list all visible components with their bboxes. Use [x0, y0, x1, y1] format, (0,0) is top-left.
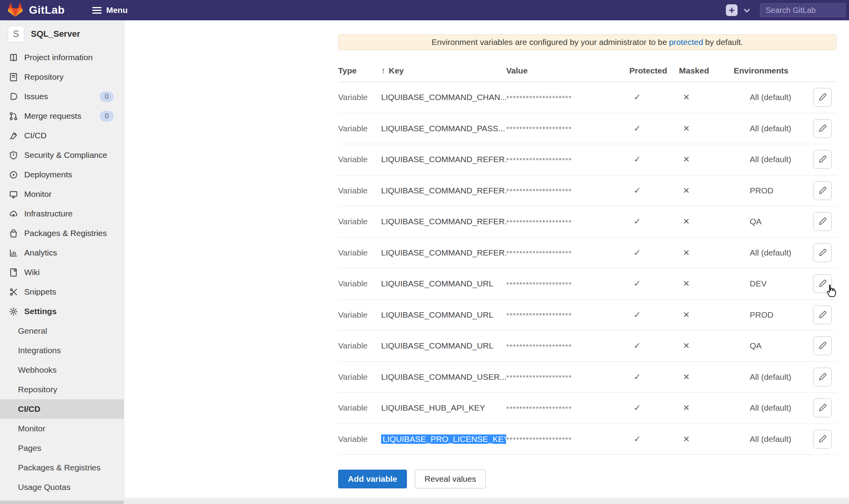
sidebar-item-wiki[interactable]: Wiki — [0, 263, 124, 282]
sidebar-item-label: Monitor — [24, 189, 52, 199]
sidebar-subitem-ci-cd[interactable]: CI/CD — [0, 399, 124, 419]
sidebar-item-packages-registries[interactable]: Packages & Registries — [0, 223, 124, 243]
sidebar-subitem-usage-quotas[interactable]: Usage Quotas — [0, 477, 124, 497]
sidebar-subitem-webhooks[interactable]: Webhooks — [0, 360, 124, 380]
top-navigation-bar: GitLab Menu + — [0, 0, 849, 20]
monitor-icon — [9, 189, 18, 199]
repository-icon — [9, 72, 18, 82]
sidebar-subitem-general[interactable]: General — [0, 321, 124, 341]
edit-variable-button[interactable] — [813, 243, 832, 262]
sidebar-item-label: Deployments — [24, 170, 72, 179]
protected-check-icon: ✓ — [623, 154, 674, 164]
main-content: Environment variables are configured by … — [125, 20, 849, 504]
sidebar-subitem-pages[interactable]: Pages — [0, 438, 124, 458]
variable-key: LIQUIBASE_COMMAND_CHAN... — [381, 93, 506, 102]
sidebar-item-project-information[interactable]: Project information — [0, 48, 124, 67]
edit-variable-button[interactable] — [813, 274, 832, 293]
col-header-masked: Masked — [674, 66, 729, 75]
edit-variable-button[interactable] — [813, 88, 832, 107]
pencil-icon — [818, 186, 827, 195]
edit-variable-button[interactable] — [813, 212, 832, 231]
variable-value-masked: ******************** — [506, 154, 623, 165]
sidebar-item-infrastructure[interactable]: Infrastructure — [0, 204, 124, 223]
variable-type: Variable — [338, 124, 381, 133]
variable-environments: PROD — [729, 186, 813, 195]
sidebar-item-label: Project information — [24, 53, 93, 62]
sidebar-scrollbar[interactable] — [0, 500, 124, 504]
variable-key: LIQUIBASE_PRO_LICENSE_KEY — [381, 434, 506, 444]
variable-type: Variable — [338, 186, 381, 195]
sidebar-subitem-repository[interactable]: Repository — [0, 380, 124, 399]
edit-variable-button[interactable] — [813, 368, 832, 386]
protected-check-icon: ✓ — [623, 434, 674, 444]
variable-row: Variable LIQUIBASE_HUB_API_KEY *********… — [338, 393, 836, 424]
variable-type: Variable — [338, 403, 381, 413]
pencil-icon — [818, 404, 827, 412]
sidebar-item-label: Wiki — [24, 268, 40, 277]
protected-check-icon: ✓ — [623, 248, 674, 258]
edit-variable-button[interactable] — [813, 399, 832, 417]
search-input[interactable] — [760, 3, 846, 17]
sidebar-subitem-packages-registries[interactable]: Packages & Registries — [0, 458, 124, 477]
sidebar-item-deployments[interactable]: Deployments — [0, 165, 124, 184]
package-icon — [9, 229, 18, 238]
variable-environments: All (default) — [729, 434, 813, 444]
project-header[interactable]: S SQL_Server — [0, 20, 124, 48]
variable-environments: QA — [729, 217, 813, 226]
pencil-icon — [818, 341, 827, 350]
pencil-icon — [818, 279, 827, 288]
menu-button[interactable]: Menu — [92, 5, 128, 15]
variable-key: LIQUIBASE_COMMAND_REFER... — [381, 155, 506, 164]
sidebar-item-monitor[interactable]: Monitor — [0, 184, 124, 204]
sidebar-item-merge-requests[interactable]: Merge requests0 — [0, 106, 124, 126]
pencil-icon — [818, 311, 827, 319]
variable-row: Variable LIQUIBASE_COMMAND_REFER... ****… — [338, 206, 836, 238]
masked-cross-icon: ✕ — [674, 124, 729, 133]
reveal-values-button[interactable]: Reveal values — [415, 470, 486, 488]
add-variable-button[interactable]: Add variable — [338, 470, 407, 488]
variable-environments: QA — [729, 341, 813, 350]
gitlab-tanuki-icon — [7, 2, 23, 18]
sidebar-item-label: Repository — [24, 72, 63, 82]
menu-label: Menu — [106, 5, 128, 15]
shield-icon — [9, 150, 18, 160]
col-header-environments: Environments — [729, 66, 813, 75]
gitlab-home-link[interactable]: GitLab — [7, 2, 65, 18]
sidebar-item-repository[interactable]: Repository — [0, 67, 124, 87]
gear-icon — [9, 307, 18, 316]
variable-environments: All (default) — [729, 403, 813, 413]
variable-value-masked: ******************** — [506, 341, 623, 351]
sidebar-item-issues[interactable]: Issues0 — [0, 87, 124, 106]
variable-type: Variable — [338, 248, 381, 257]
edit-variable-button[interactable] — [813, 119, 832, 138]
sidebar-item-analytics[interactable]: Analytics — [0, 243, 124, 263]
protected-link[interactable]: protected — [669, 38, 703, 47]
sidebar-item-settings[interactable]: Settings — [0, 302, 124, 321]
sidebar-item-ci-cd[interactable]: CI/CD — [0, 126, 124, 145]
edit-variable-button[interactable] — [813, 150, 832, 169]
edit-variable-button[interactable] — [813, 306, 832, 324]
variables-table-body: Variable LIQUIBASE_COMMAND_CHAN... *****… — [338, 82, 836, 455]
masked-cross-icon: ✕ — [674, 341, 729, 350]
col-header-key[interactable]: ↑Key — [381, 66, 506, 75]
issues-icon — [9, 92, 18, 101]
sidebar-item-label: Analytics — [24, 248, 57, 257]
alert-text-after: by default. — [705, 38, 743, 47]
edit-variable-button[interactable] — [813, 181, 832, 200]
col-header-protected: Protected — [623, 66, 674, 75]
sidebar-subitem-monitor[interactable]: Monitor — [0, 419, 124, 438]
sidebar-item-snippets[interactable]: Snippets — [0, 282, 124, 302]
variable-value-masked: ******************** — [506, 434, 623, 444]
variable-row: Variable LIQUIBASE_COMMAND_REFER... ****… — [338, 175, 836, 207]
masked-cross-icon: ✕ — [674, 248, 729, 257]
new-item-button[interactable]: + — [726, 4, 738, 16]
chevron-down-icon[interactable] — [744, 6, 750, 13]
protected-variables-alert: Environment variables are configured by … — [338, 34, 836, 50]
protected-check-icon: ✓ — [623, 372, 674, 382]
edit-variable-button[interactable] — [813, 430, 832, 449]
variable-type: Variable — [338, 310, 381, 320]
variable-environments: PROD — [729, 310, 813, 320]
sidebar-subitem-integrations[interactable]: Integrations — [0, 341, 124, 360]
sidebar-item-security-compliance[interactable]: Security & Compliance — [0, 145, 124, 165]
edit-variable-button[interactable] — [813, 336, 832, 355]
